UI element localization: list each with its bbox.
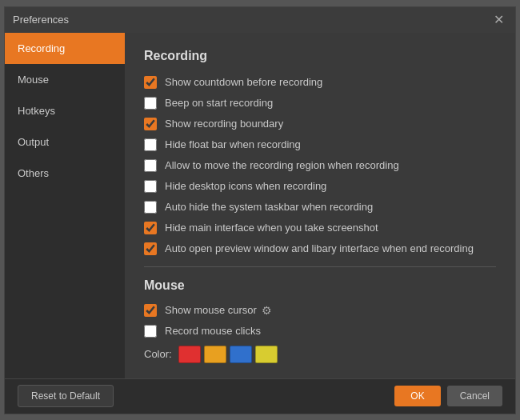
reset-to-default-button[interactable]: Reset to Default [18, 385, 114, 407]
checkbox-beep-on-start-input[interactable] [144, 97, 157, 110]
dialog-body: Recording Mouse Hotkeys Output Others Re… [5, 33, 515, 378]
preferences-dialog: Preferences ✕ Recording Mouse Hotkeys Ou… [4, 6, 516, 414]
color-swatch-blue[interactable] [230, 346, 252, 363]
sidebar-item-output[interactable]: Output [5, 126, 125, 158]
main-content: Recording Show countdown before recordin… [125, 33, 515, 378]
checkbox-show-boundary-input[interactable] [144, 118, 157, 130]
color-swatch-orange[interactable] [204, 346, 226, 363]
checkbox-show-countdown-input[interactable] [144, 76, 157, 89]
checkbox-auto-hide-taskbar-input[interactable] [144, 201, 157, 214]
sidebar: Recording Mouse Hotkeys Output Others [5, 33, 125, 378]
checkbox-auto-open-preview-input[interactable] [144, 242, 157, 255]
color-label: Color: [144, 348, 172, 360]
title-bar: Preferences ✕ [5, 7, 515, 33]
sidebar-item-hotkeys[interactable]: Hotkeys [5, 95, 125, 126]
checkbox-show-cursor: Show mouse cursor ⚙ [144, 304, 496, 317]
dialog-title: Preferences [13, 14, 69, 26]
checkbox-hide-main-interface-input[interactable] [144, 222, 157, 234]
color-swatch-red[interactable] [178, 346, 201, 363]
ok-button[interactable]: OK [394, 386, 440, 406]
checkbox-allow-move-input[interactable] [144, 159, 157, 172]
divider [144, 266, 496, 267]
checkbox-record-clicks: Record mouse clicks [144, 325, 496, 338]
checkbox-hide-float-bar-input[interactable] [144, 138, 157, 151]
color-row: Color: [144, 346, 496, 363]
checkbox-show-boundary: Show recording boundary [144, 118, 496, 130]
checkbox-hide-desktop-icons-input[interactable] [144, 180, 157, 193]
sidebar-item-mouse[interactable]: Mouse [5, 64, 125, 95]
footer-right-buttons: OK Cancel [394, 386, 502, 406]
checkbox-show-cursor-input[interactable] [144, 304, 157, 317]
checkbox-allow-move: Allow to move the recording region when … [144, 159, 496, 172]
checkbox-auto-hide-taskbar: Auto hide the system taskbar when record… [144, 201, 496, 214]
sidebar-item-others[interactable]: Others [5, 158, 125, 189]
checkbox-beep-on-start: Beep on start recording [144, 97, 496, 110]
cancel-button[interactable]: Cancel [447, 386, 502, 406]
checkbox-show-countdown: Show countdown before recording [144, 76, 496, 89]
checkbox-auto-open-preview: Auto open preview window and libary inte… [144, 242, 496, 255]
checkbox-record-clicks-input[interactable] [144, 325, 157, 338]
checkbox-hide-main-interface: Hide main interface when you take screen… [144, 222, 496, 234]
mouse-section-title: Mouse [144, 278, 496, 293]
recording-section-title: Recording [144, 49, 496, 63]
gear-icon[interactable]: ⚙ [262, 304, 274, 317]
sidebar-item-recording[interactable]: Recording [5, 33, 125, 64]
color-swatch-yellow[interactable] [255, 346, 278, 363]
close-button[interactable]: ✕ [490, 12, 507, 28]
footer: Reset to Default OK Cancel [5, 378, 515, 414]
checkbox-hide-desktop-icons: Hide desktop icons when recording [144, 180, 496, 193]
checkbox-hide-float-bar: Hide float bar when recording [144, 138, 496, 151]
